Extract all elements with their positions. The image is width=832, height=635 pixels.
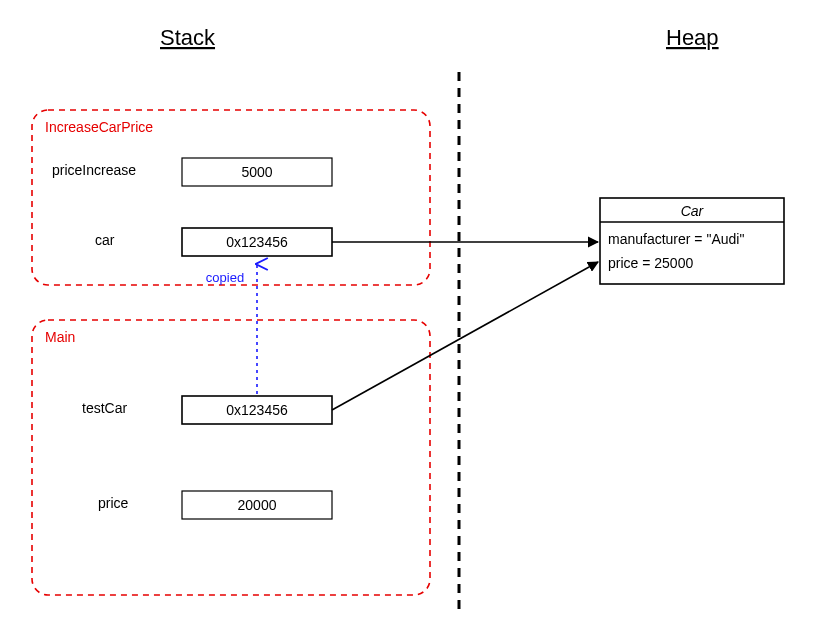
stack-title: Stack bbox=[160, 25, 216, 50]
var-price-value: 20000 bbox=[238, 497, 277, 513]
var-price-label: price bbox=[98, 495, 129, 511]
var-car-value: 0x123456 bbox=[226, 234, 288, 250]
var-testCar-label: testCar bbox=[82, 400, 127, 416]
heap-object-field-manufacturer: manufacturer = "Audi" bbox=[608, 231, 744, 247]
copied-label: copied bbox=[206, 270, 244, 285]
frame-main-label: Main bbox=[45, 329, 75, 345]
heap-object: Car manufacturer = "Audi" price = 25000 bbox=[600, 198, 784, 284]
frame-increase bbox=[32, 110, 430, 285]
pointer-testCar-to-heap bbox=[332, 262, 598, 410]
heap-object-field-price: price = 25000 bbox=[608, 255, 693, 271]
memory-diagram: Stack Heap IncreaseCarPrice priceIncreas… bbox=[0, 0, 832, 635]
var-priceIncrease-value: 5000 bbox=[241, 164, 272, 180]
heap-object-class: Car bbox=[681, 203, 705, 219]
var-priceIncrease-label: priceIncrease bbox=[52, 162, 136, 178]
frame-increase-label: IncreaseCarPrice bbox=[45, 119, 153, 135]
heap-title: Heap bbox=[666, 25, 719, 50]
frame-main bbox=[32, 320, 430, 595]
var-car-label: car bbox=[95, 232, 115, 248]
var-testCar-value: 0x123456 bbox=[226, 402, 288, 418]
